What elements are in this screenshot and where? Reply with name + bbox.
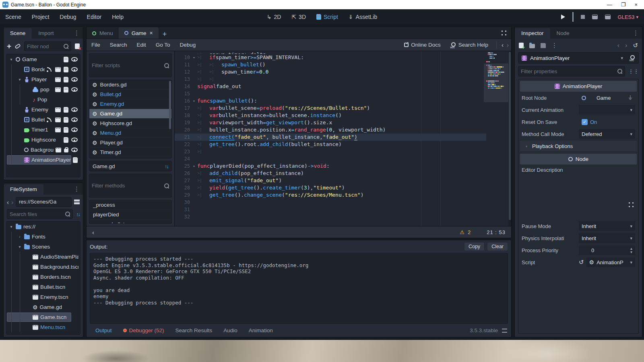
scene-node-item-animationplayer[interactable]: AnimationPlayer: [6, 155, 80, 165]
load-resource-button[interactable]: [529, 44, 535, 48]
scene-node-item-bullet[interactable]: Bullet: [6, 115, 80, 125]
script-tab-game[interactable]: Game×: [119, 27, 159, 39]
path-field[interactable]: res://Scenes/Ga: [16, 197, 72, 207]
eye-icon[interactable]: [71, 77, 78, 82]
history-forward-button[interactable]: ›: [507, 41, 509, 48]
history-back-button[interactable]: ‹: [617, 42, 619, 49]
editor-description-field[interactable]: [522, 176, 635, 219]
output-log[interactable]: --- Debugging process started ---Godot E…: [90, 253, 508, 324]
scene-node-item-game[interactable]: ▾Game: [6, 54, 80, 64]
movie-icon[interactable]: [55, 128, 61, 132]
code-line-10[interactable]: 10▾>|if spawn_timer >= SPAWN_INTERVAL:: [175, 54, 486, 61]
code-line-26[interactable]: 26>|add_child(pop_effect_instance): [175, 170, 486, 177]
method-item-playerdied[interactable]: playerDied: [89, 210, 171, 220]
workspace-script[interactable]: Script: [316, 14, 338, 20]
bottom-tab-search-results[interactable]: Search Results: [171, 327, 217, 333]
file-item-borders-tscn[interactable]: Borders.tscn: [6, 272, 80, 282]
warning-count[interactable]: 2: [468, 229, 471, 235]
code-line-15[interactable]: 15: [175, 90, 486, 97]
fold-arrow-icon[interactable]: ▾: [191, 97, 197, 105]
bottom-tab-audio[interactable]: Audio: [219, 327, 242, 333]
open-docs-icon[interactable]: [630, 55, 635, 61]
property-root-node[interactable]: Root Node Game ⏚: [518, 92, 638, 104]
menu-project[interactable]: Project: [27, 9, 55, 25]
warning-icon[interactable]: ⚠: [460, 229, 464, 235]
code-line-9[interactable]: >|spawn_timer += delta: [175, 51, 486, 54]
play-button[interactable]: [561, 14, 565, 19]
scene-node-item-timer1[interactable]: Timer1: [6, 125, 80, 135]
code-line-20[interactable]: 20>|bullet_instance.position.x = rand_ra…: [175, 126, 486, 134]
code-line-25[interactable]: 25▾func playerDied(pop_effect_instance) …: [175, 162, 486, 170]
menu-help[interactable]: Help: [107, 9, 129, 25]
property-pause-mode[interactable]: Pause Mode Inherit▾: [518, 220, 638, 232]
movie-icon[interactable]: [56, 148, 61, 152]
filter-nodes-input[interactable]: Filter nod: [24, 41, 71, 51]
distraction-free-icon[interactable]: [502, 31, 506, 35]
checkbox-checked-icon[interactable]: ✓: [582, 119, 588, 125]
menu-editor[interactable]: Editor: [82, 9, 107, 25]
spinner-icon[interactable]: ▴▾: [630, 247, 632, 254]
script-icon[interactable]: [64, 57, 68, 62]
search-help-button[interactable]: Search Help: [447, 42, 491, 48]
tab-scene[interactable]: Scene: [4, 28, 32, 39]
section-animationplayer[interactable]: AnimationPlayer: [520, 81, 637, 92]
property-process-priority[interactable]: Process Priority 0▴▾: [518, 244, 638, 256]
script-item-timer-gd[interactable]: ⚙Timer.gd: [89, 148, 171, 157]
script-tab-menu[interactable]: Menu: [87, 28, 119, 39]
eye-icon[interactable]: [71, 138, 78, 142]
play-custom-scene-button[interactable]: [605, 14, 611, 19]
close-button[interactable]: ×: [634, 2, 638, 8]
script-menu-file[interactable]: File: [87, 42, 105, 48]
dock-menu-icon[interactable]: ⋮: [74, 29, 80, 37]
eye-icon[interactable]: [71, 128, 78, 132]
minimize-button[interactable]: —: [607, 2, 612, 8]
code-area[interactable]: >|spawn_timer += delta10▾>|if spawn_time…: [175, 51, 511, 226]
code-line-17[interactable]: 17>|var bullet_scene = preload("res://Sc…: [175, 105, 486, 112]
method-item-_process[interactable]: _process: [89, 200, 171, 210]
code-line-13[interactable]: 13>|>|: [175, 76, 486, 83]
script-item-highscore-gd[interactable]: ⚙Highscore.gd: [89, 119, 171, 128]
code-line-32[interactable]: 32: [175, 213, 486, 220]
restore-button[interactable]: ❐: [621, 2, 626, 8]
script-item-menu-gd[interactable]: ⚙Menu.gd: [89, 128, 171, 138]
script-icon[interactable]: [64, 127, 68, 133]
script-icon[interactable]: [64, 107, 68, 113]
file-item-audiostreamplay[interactable]: AudioStreamPlay: [6, 252, 80, 262]
file-item-res-[interactable]: ▾res://: [6, 222, 80, 232]
fold-arrow-icon[interactable]: ▾: [191, 54, 197, 61]
eye-icon[interactable]: [71, 57, 78, 62]
scene-node-item-player[interactable]: ▾Player: [6, 74, 80, 84]
scripts-panel-toggle[interactable]: ‹: [92, 229, 94, 236]
code-line-14[interactable]: 14signal fade_out: [175, 83, 486, 90]
code-line-18[interactable]: 18>|var bullet_instance = bullet_scene.i…: [175, 112, 486, 119]
new-resource-button[interactable]: [519, 43, 524, 48]
new-tab-button[interactable]: +: [159, 30, 171, 39]
file-item-game-gd[interactable]: ⚙Game.gd: [6, 302, 80, 312]
workspace-3d[interactable]: ⇱3D: [291, 14, 306, 20]
expand-arrow-icon[interactable]: ▾: [17, 245, 22, 249]
clear-button[interactable]: Clear: [487, 242, 508, 251]
eye-icon[interactable]: [71, 107, 78, 112]
pause-button[interactable]: [572, 12, 574, 22]
property-method-call-mode[interactable]: Method Call Mode Deferred▾: [518, 128, 638, 140]
script-icon[interactable]: [64, 87, 68, 93]
code-line-29[interactable]: 29>|get_tree().change_scene("res://Scene…: [175, 191, 486, 199]
code-line-16[interactable]: 16▾func spawn_bullet():: [175, 97, 486, 105]
property-reset-on-save[interactable]: Reset On Save ✓On: [518, 116, 638, 128]
detach-script-button[interactable]: [75, 43, 80, 49]
section-node[interactable]: Node: [520, 154, 637, 165]
scene-node-item-pop[interactable]: ♪Pop: [6, 95, 80, 105]
scene-node-item-pop[interactable]: pop: [6, 84, 80, 95]
collapse-panel-icon[interactable]: [502, 329, 507, 333]
file-item-enemy-tscn[interactable]: Enemy.tscn: [6, 292, 80, 302]
workspace-assetlib[interactable]: ⇓AssetLib: [349, 14, 377, 20]
tab-node[interactable]: Node: [550, 28, 576, 39]
fold-arrow-icon[interactable]: ▾: [191, 162, 197, 170]
copy-button[interactable]: Copy: [464, 242, 485, 251]
script-item-bullet-gd[interactable]: ⚙Bullet.gd: [89, 90, 171, 99]
filter-methods-input[interactable]: Filter methods: [89, 174, 172, 197]
script-menu-go-to[interactable]: Go To: [151, 42, 175, 48]
code-scrollbar[interactable]: [508, 51, 511, 226]
code-line-27[interactable]: 27>|emit_signal("fade_out"): [175, 177, 486, 184]
code-line-19[interactable]: 19>|var viewport_width = get_viewport().…: [175, 119, 486, 126]
